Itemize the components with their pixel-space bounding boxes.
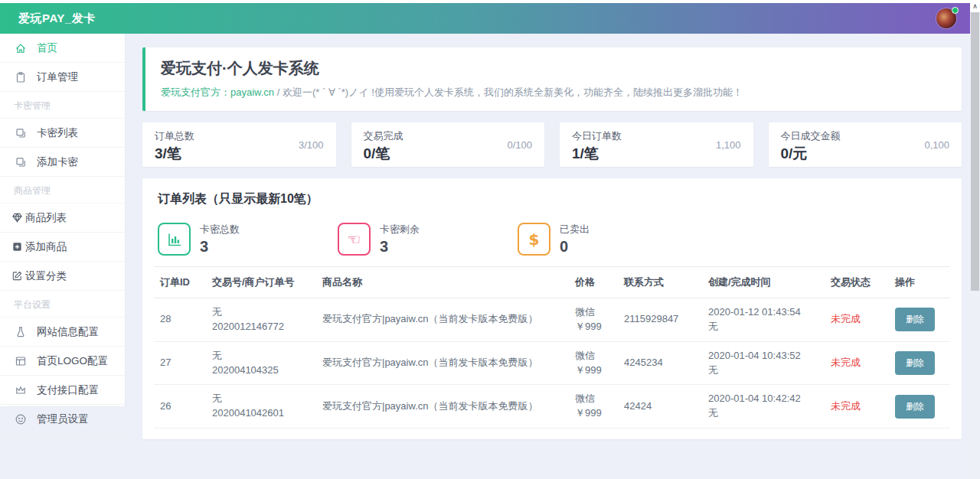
price-cell: 微信￥999 bbox=[569, 385, 618, 428]
sidebar-item-logo-config[interactable]: 首页LOGO配置 bbox=[0, 347, 125, 376]
mini-stat-label: 卡密总数 bbox=[200, 223, 240, 236]
stat-quota: 3/100 bbox=[299, 139, 324, 151]
order-id: 27 bbox=[154, 341, 206, 385]
price-cell: 微信￥999 bbox=[569, 341, 618, 385]
status-text: 未完成 bbox=[831, 357, 861, 368]
column-header-time: 创建/完成时间 bbox=[702, 267, 825, 298]
flask-icon bbox=[14, 325, 27, 338]
avatar[interactable] bbox=[936, 8, 956, 28]
dollar-glyph: $ bbox=[529, 232, 540, 247]
sidebar-item-orders[interactable]: 订单管理 bbox=[0, 63, 125, 92]
contact: 42424 bbox=[618, 385, 702, 428]
smiley-icon bbox=[14, 412, 27, 425]
page-title: 爱玩支付·个人发卡系统 bbox=[161, 58, 946, 79]
column-header-price: 价格 bbox=[569, 267, 618, 298]
sidebar-item-label: 首页LOGO配置 bbox=[37, 354, 108, 368]
gem-icon bbox=[11, 211, 24, 224]
order-list-card: 订单列表（只显示最新10笔） 卡密总数 3 ☜ 卡密剩 bbox=[142, 178, 962, 439]
edit-icon bbox=[11, 269, 24, 282]
subtitle-separator: / bbox=[274, 86, 283, 98]
online-status-badge bbox=[952, 7, 959, 14]
stat-card-total-orders: 订单总数 3/笔 3/100 bbox=[142, 122, 336, 167]
contact: 2115929847 bbox=[618, 298, 702, 342]
order-list-title: 订单列表（只显示最新10笔） bbox=[154, 191, 950, 207]
column-header-trade-no: 交易号/商户订单号 bbox=[206, 267, 316, 298]
time-cell: 2020-01-04 10:43:52无 bbox=[702, 341, 825, 385]
sidebar-item-add-product[interactable]: 添加商品 bbox=[0, 233, 125, 262]
plus-square-icon bbox=[11, 240, 24, 253]
scrollbar[interactable]: ∧ bbox=[970, 0, 980, 479]
bar-chart-icon bbox=[158, 223, 191, 256]
table-row: 27 无202004104325 爱玩支付官方|payaiw.cn（当前发卡版本… bbox=[154, 341, 950, 385]
mini-stat-label: 卡密剩余 bbox=[380, 223, 420, 236]
sidebar-section-product-mgmt: 商品管理 bbox=[0, 177, 125, 204]
sidebar-item-label: 添加卡密 bbox=[37, 155, 78, 169]
welcome-text: 欢迎一(* ` ∀ ´*)ノイ !使用爱玩个人发卡系统，我们的系统全新美化，功能… bbox=[283, 86, 743, 98]
mini-stat-value: 3 bbox=[200, 238, 240, 256]
scrollbar-thumb[interactable] bbox=[971, 12, 979, 291]
home-icon bbox=[14, 41, 27, 54]
stat-quota: 0/100 bbox=[507, 139, 532, 151]
status-text: 未完成 bbox=[831, 400, 861, 412]
price-cell: 微信￥999 bbox=[569, 298, 618, 342]
sidebar-item-home[interactable]: 首页 bbox=[0, 34, 125, 63]
mini-stat-card-total: 卡密总数 3 bbox=[158, 223, 338, 256]
mini-stat-card-sold: $ 已卖出 0 bbox=[518, 223, 697, 256]
sidebar-section-label: 平台设置 bbox=[14, 298, 51, 311]
delete-button[interactable]: 删除 bbox=[895, 395, 935, 419]
official-site-link[interactable]: 爱玩支付官方：payaiw.cn bbox=[161, 86, 274, 98]
stat-quota: 1,100 bbox=[716, 139, 741, 151]
product-name: 爱玩支付官方|payaiw.cn（当前发卡版本免费版） bbox=[316, 341, 569, 385]
sidebar-item-admin-settings[interactable]: 管理员设置 bbox=[0, 405, 125, 434]
trade-no-cell: 无2020041042601 bbox=[206, 385, 316, 428]
delete-button[interactable]: 删除 bbox=[895, 351, 935, 375]
trade-no-cell: 无2020012146772 bbox=[206, 298, 316, 342]
layout-icon bbox=[14, 354, 27, 367]
sidebar-item-label: 设置分类 bbox=[25, 269, 67, 283]
welcome-banner: 爱玩支付·个人发卡系统 爱玩支付官方：payaiw.cn / 欢迎一(* ` ∀… bbox=[142, 47, 962, 111]
sidebar: 首页 订单管理 卡密管理 卡密列表 添加卡密 商品管理 bbox=[0, 34, 125, 406]
sidebar-item-product-list[interactable]: 商品列表 bbox=[0, 204, 125, 233]
sidebar-section-label: 商品管理 bbox=[14, 184, 51, 197]
product-name: 爱玩支付官方|payaiw.cn（当前发卡版本免费版） bbox=[316, 298, 569, 342]
sidebar-item-label: 添加商品 bbox=[25, 240, 67, 254]
main-content: 爱玩支付·个人发卡系统 爱玩支付官方：payaiw.cn / 欢迎一(* ` ∀… bbox=[125, 34, 980, 439]
crown-icon bbox=[14, 383, 27, 396]
app-title: 爱玩PAY_发卡 bbox=[18, 11, 96, 26]
stat-quota: 0,100 bbox=[924, 139, 949, 151]
sidebar-section-card-mgmt: 卡密管理 bbox=[0, 92, 125, 119]
delete-button[interactable]: 删除 bbox=[895, 308, 935, 331]
column-header-product: 商品名称 bbox=[316, 267, 569, 298]
mini-stat-value: 0 bbox=[560, 238, 590, 256]
sidebar-item-label: 网站信息配置 bbox=[37, 325, 99, 339]
mini-stat-card-remaining: ☜ 卡密剩余 3 bbox=[338, 223, 518, 256]
column-header-order-id: 订单ID bbox=[154, 267, 206, 298]
column-header-status: 交易状态 bbox=[825, 267, 889, 298]
stat-cards-row: 订单总数 3/笔 3/100 交易完成 0/笔 0/100 今日订单数 1/笔 … bbox=[142, 122, 962, 167]
table-header-row: 订单ID 交易号/商户订单号 商品名称 价格 联系方式 创建/完成时间 交易状态… bbox=[154, 267, 950, 298]
sidebar-section-label: 卡密管理 bbox=[14, 99, 51, 112]
scroll-up-button[interactable]: ∧ bbox=[970, 0, 980, 12]
sidebar-item-label: 支付接口配置 bbox=[37, 383, 99, 397]
order-id: 26 bbox=[154, 385, 206, 428]
mini-stat-value: 3 bbox=[380, 238, 420, 256]
stat-card-today-orders: 今日订单数 1/笔 1,100 bbox=[560, 122, 753, 167]
stat-card-completed-trades: 交易完成 0/笔 0/100 bbox=[351, 122, 545, 167]
hand-pointer-glyph: ☜ bbox=[348, 232, 361, 247]
sidebar-item-label: 首页 bbox=[37, 41, 57, 55]
status-text: 未完成 bbox=[831, 313, 861, 324]
app-header: 爱玩PAY_发卡 bbox=[0, 3, 970, 34]
dollar-icon: $ bbox=[518, 223, 550, 256]
sidebar-item-set-category[interactable]: 设置分类 bbox=[0, 262, 125, 291]
mini-stat-label: 已卖出 bbox=[560, 223, 590, 236]
sidebar-item-payment-config[interactable]: 支付接口配置 bbox=[0, 376, 125, 405]
sidebar-item-label: 卡密列表 bbox=[37, 126, 78, 140]
table-row: 26 无2020041042601 爱玩支付官方|payaiw.cn（当前发卡版… bbox=[154, 385, 950, 428]
sidebar-item-card-list[interactable]: 卡密列表 bbox=[0, 119, 125, 148]
sidebar-item-site-info-config[interactable]: 网站信息配置 bbox=[0, 318, 125, 347]
hand-pointer-icon: ☜ bbox=[338, 223, 371, 256]
product-name: 爱玩支付官方|payaiw.cn（当前发卡版本免费版） bbox=[316, 385, 569, 428]
time-cell: 2020-01-12 01:43:54无 bbox=[702, 298, 825, 342]
sidebar-item-label: 订单管理 bbox=[37, 70, 78, 84]
sidebar-item-add-card[interactable]: 添加卡密 bbox=[0, 148, 125, 177]
